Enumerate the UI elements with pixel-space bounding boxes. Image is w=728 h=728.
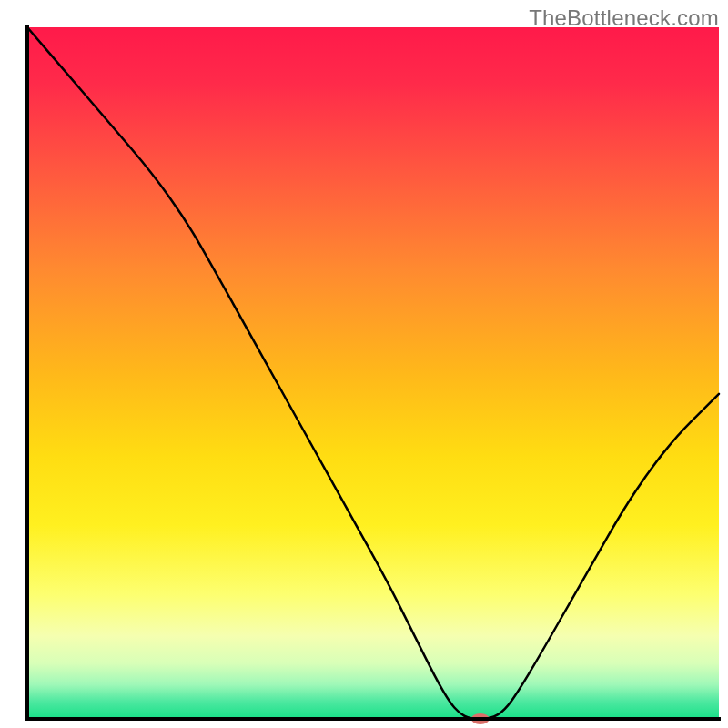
watermark-text: TheBottleneck.com (529, 5, 719, 31)
chart-svg (0, 0, 728, 728)
bottleneck-chart: TheBottleneck.com (0, 0, 728, 728)
plot-background (27, 27, 719, 719)
